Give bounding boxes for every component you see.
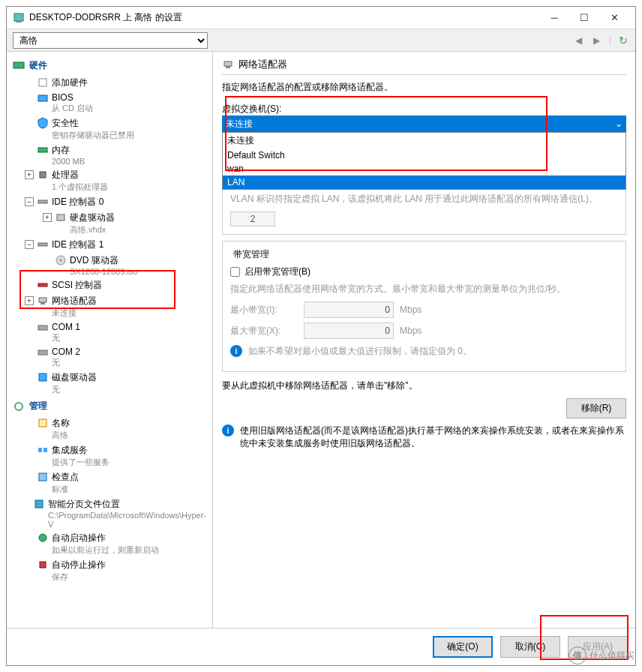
window-title: DESKTOP-DODRSRR 上 高恪 的设置 — [29, 11, 539, 24]
svg-rect-1 — [16, 21, 22, 22]
controller-icon — [37, 196, 49, 208]
tree-ide1[interactable]: −IDE 控制器 1 — [7, 237, 212, 253]
svg-rect-22 — [39, 473, 46, 481]
hardware-icon — [13, 60, 25, 72]
panel-title: 网络适配器 — [238, 58, 287, 71]
cancel-button[interactable]: 取消(C) — [500, 636, 560, 658]
svg-rect-15 — [38, 326, 47, 330]
back-icon[interactable]: ◀ — [573, 34, 585, 46]
tree-add-hardware[interactable]: 添加硬件 — [7, 75, 212, 91]
cpu-icon — [37, 169, 49, 181]
svg-rect-2 — [14, 62, 24, 68]
controller-icon — [37, 238, 49, 250]
svg-rect-5 — [38, 148, 47, 152]
titlebar: DESKTOP-DODRSRR 上 高恪 的设置 ─ ☐ ✕ — [7, 7, 635, 29]
tree-checkpoint[interactable]: 检查点标准 — [7, 470, 212, 496]
expand-icon[interactable]: + — [25, 170, 34, 179]
svg-rect-12 — [38, 284, 47, 286]
refresh-icon[interactable]: ↻ — [617, 34, 629, 46]
floppy-icon — [37, 371, 49, 383]
switch-label: 虚拟交换机(S): — [222, 103, 626, 116]
tree-com1[interactable]: COM 1无 — [7, 320, 212, 345]
close-button[interactable]: ✕ — [599, 8, 629, 28]
combo-option[interactable]: 未连接 — [223, 133, 626, 148]
tree-panel: 硬件 添加硬件 BIOS从 CD 启动 安全性密钥存储驱动器已禁用 内存2000… — [7, 52, 213, 628]
shield-icon — [37, 117, 49, 129]
settings-window: DESKTOP-DODRSRR 上 高恪 的设置 ─ ☐ ✕ 高恪 ◀ ▶ | … — [6, 6, 636, 666]
panel-desc: 指定网络适配器的配置或移除网络适配器。 — [222, 81, 626, 94]
svg-rect-26 — [224, 62, 232, 66]
svg-rect-20 — [38, 448, 42, 452]
svg-point-18 — [15, 403, 22, 410]
min-bandwidth-input — [304, 302, 394, 318]
expand-icon[interactable]: + — [43, 213, 52, 222]
tree-ide0[interactable]: −IDE 控制器 0 — [7, 194, 212, 210]
tree-autostop[interactable]: 自动停止操作保存 — [7, 557, 212, 584]
tree-autostart[interactable]: 自动启动操作如果以前运行过，则重新启动 — [7, 530, 212, 557]
combo-option[interactable]: LAN — [223, 176, 626, 189]
svg-rect-17 — [39, 374, 46, 381]
expand-icon[interactable]: + — [25, 296, 34, 305]
autostart-icon — [37, 532, 49, 544]
management-icon — [13, 400, 25, 412]
toolbar: 高恪 ◀ ▶ | ↻ — [7, 29, 635, 52]
remove-button[interactable]: 移除(R) — [566, 398, 626, 418]
minimize-button[interactable]: ─ — [539, 8, 569, 28]
maximize-button[interactable]: ☐ — [569, 8, 599, 28]
add-icon — [37, 76, 49, 88]
svg-point-11 — [60, 260, 62, 262]
watermark: 值 什么值得买 — [568, 646, 634, 664]
bandwidth-group: 带宽管理 启用带宽管理(B) 指定此网络适配器使用网络带宽的方式。最小带宽和最大… — [222, 241, 626, 372]
info-icon: i — [222, 424, 234, 436]
com-icon — [37, 346, 49, 358]
svg-rect-25 — [40, 562, 46, 568]
memory-icon — [37, 144, 49, 156]
tree-floppy[interactable]: 磁盘驱动器无 — [7, 370, 212, 397]
collapse-icon[interactable]: − — [25, 197, 34, 206]
svg-point-24 — [39, 534, 46, 542]
combo-option[interactable]: wan — [223, 162, 626, 176]
tree-dvd[interactable]: DVD 驱动器SX1200-12889.iso — [7, 253, 212, 278]
virtual-switch-combo[interactable]: 未连接⌄ — [222, 116, 626, 132]
svg-rect-14 — [40, 302, 45, 304]
ok-button[interactable]: 确定(O) — [433, 636, 493, 658]
combo-option[interactable]: Default Switch — [223, 148, 626, 162]
svg-rect-8 — [57, 214, 64, 220]
max-bandwidth-input — [304, 322, 394, 339]
svg-rect-23 — [35, 500, 43, 508]
network-icon — [37, 295, 49, 307]
svg-rect-27 — [226, 66, 230, 68]
svg-rect-3 — [39, 79, 46, 86]
chevron-down-icon: ⌄ — [615, 118, 622, 129]
checkpoint-icon — [37, 471, 49, 483]
tree-network-adapter[interactable]: +网络适配器未连接 — [7, 293, 212, 320]
tree-com2[interactable]: COM 2无 — [7, 345, 212, 370]
details-panel: 网络适配器 指定网络适配器的配置或移除网络适配器。 虚拟交换机(S): 未连接⌄… — [213, 52, 635, 628]
tree-bios[interactable]: BIOS从 CD 启动 — [7, 91, 212, 116]
vlan-id-input — [230, 212, 275, 226]
management-section: 管理 — [7, 397, 212, 416]
app-icon — [13, 12, 25, 24]
forward-icon[interactable]: ▶ — [591, 34, 603, 46]
svg-rect-21 — [44, 448, 47, 452]
scsi-icon — [37, 279, 49, 291]
tree-name[interactable]: 名称高恪 — [7, 416, 212, 442]
tree-hdd[interactable]: +硬盘驱动器高恪.vhdx — [7, 210, 212, 237]
watermark-logo: 值 — [568, 646, 586, 664]
tree-integration[interactable]: 集成服务提供了一些服务 — [7, 442, 212, 470]
svg-rect-6 — [40, 172, 46, 178]
integration-icon — [37, 444, 49, 456]
tree-memory[interactable]: 内存2000 MB — [7, 142, 212, 167]
hdd-icon — [55, 212, 67, 224]
tree-scsi[interactable]: SCSI 控制器 — [7, 278, 212, 293]
vm-selector[interactable]: 高恪 — [13, 32, 208, 49]
bandwidth-enable-checkbox[interactable] — [230, 267, 240, 277]
tree-security[interactable]: 安全性密钥存储驱动器已禁用 — [7, 116, 212, 142]
svg-rect-0 — [14, 14, 23, 21]
name-icon — [37, 417, 49, 429]
dvd-icon — [55, 254, 67, 266]
tree-paging[interactable]: 智能分页文件位置C:\ProgramData\Microsoft\Windows… — [7, 496, 212, 530]
tree-cpu[interactable]: +处理器1 个虚拟处理器 — [7, 167, 212, 194]
collapse-icon[interactable]: − — [25, 240, 34, 249]
hardware-section: 硬件 — [7, 56, 212, 75]
